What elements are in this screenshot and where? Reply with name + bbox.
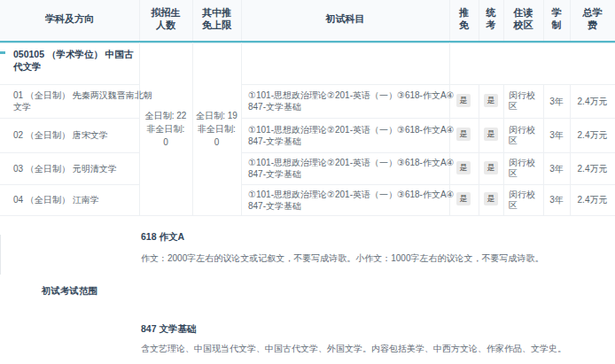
exam-subjects-text: ①101-思想政治理论②201-英语（一）③618-作文A④847-文学基础 — [248, 124, 456, 147]
divider — [479, 0, 479, 41]
campus-cell: 闵行校区 — [503, 184, 549, 215]
tuition-cell: 2.4万元 — [570, 84, 615, 118]
direction-label: 04 （全日制） 江南学 — [13, 194, 99, 205]
header-duration-label: 学 制 — [552, 6, 562, 31]
header-subject: 学科及方向 — [0, 0, 139, 41]
tuimian-badge: 是 — [456, 192, 471, 205]
divider — [570, 0, 571, 41]
exam-scope-section-title: 847 文学基础 — [141, 323, 196, 336]
direction-cell: 01 （全日制） 先秦两汉魏晋南北朝文学 — [0, 84, 160, 118]
admissions-catalog-table: 学科及方向 拟招生 人数 其中推 免上限 初试科目 推 免 统 考 住读 校区 … — [0, 0, 615, 364]
header-duration: 学 制 — [543, 0, 570, 41]
group-row-title: 050105 （学术学位） 中国古代文学 — [13, 48, 136, 73]
divider — [0, 235, 1, 275]
duration-cell: 3年 — [543, 152, 570, 184]
exam-subjects-text: ①101-思想政治理论②201-英语（一）③618-作文A④847-文学基础 — [248, 189, 456, 212]
tongkao-badge: 是 — [484, 161, 498, 174]
exam-scope-section-desc: 作文：2000字左右的议论文或记叙文，不要写成诗歌。小作文：1000字左右的议论… — [141, 252, 606, 265]
duration-cell: 3年 — [543, 84, 570, 118]
divider — [0, 215, 615, 216]
direction-label: 01 （全日制） 先秦两汉魏晋南北朝文学 — [13, 89, 152, 112]
header-exempt-limit: 其中推 免上限 — [192, 0, 241, 41]
divider — [241, 0, 242, 41]
exam-scope-section-desc: 含文艺理论、中国现当代文学、中国古代文学、外国文学。内容包括美学、中西方文论、作… — [141, 343, 606, 355]
campus-cell: 闵行校区 — [503, 118, 549, 152]
header-exam-subjects-label: 初试科目 — [326, 12, 365, 25]
header-tuition-label: 总学 费 — [583, 6, 603, 31]
exam-subjects-text: ①101-思想政治理论②201-英语（一）③618-作文A④847-文学基础 — [248, 89, 456, 112]
campus-text: 闵行校区 — [509, 90, 539, 112]
tongkao-badge: 是 — [484, 94, 498, 107]
exam-subjects-cell: ①101-思想政治理论②201-英语（一）③618-作文A④847-文学基础 — [241, 184, 460, 215]
header-exam-subjects: 初试科目 — [241, 0, 449, 41]
campus-text: 闵行校区 — [509, 158, 539, 179]
campus-text: 闵行校区 — [509, 125, 539, 146]
direction-cell: 03 （全日制） 元明清文学 — [0, 152, 160, 184]
campus-text: 闵行校区 — [509, 190, 539, 211]
exempt-limit-cell: 全日制: 19 非全日制: 0 — [192, 43, 241, 215]
divider — [479, 84, 479, 215]
direction-label: 03 （全日制） 元明清文学 — [13, 163, 117, 174]
tongkao-badge: 是 — [484, 128, 498, 141]
direction-label: 02 （全日制） 唐宋文学 — [13, 129, 108, 141]
header-tongkao-label: 统 考 — [487, 6, 496, 31]
divider — [503, 0, 504, 41]
duration-cell: 3年 — [543, 184, 570, 215]
header-tuimian-label: 推 免 — [459, 6, 469, 31]
divider — [449, 0, 450, 41]
header-planned-enrollment: 拟招生 人数 — [139, 0, 192, 41]
tuition-cell: 2.4万元 — [570, 118, 615, 152]
divider — [543, 0, 544, 41]
header-exempt-limit-label: 其中推 免上限 — [202, 6, 231, 31]
header-subject-label: 学科及方向 — [45, 12, 94, 25]
campus-cell: 闵行校区 — [503, 152, 549, 184]
exam-subjects-cell: ①101-思想政治理论②201-英语（一）③618-作文A④847-文学基础 — [241, 152, 460, 184]
exam-subjects-cell: ①101-思想政治理论②201-英语（一）③618-作文A④847-文学基础 — [241, 118, 460, 152]
header-planned-enrollment-label: 拟招生 人数 — [152, 6, 181, 31]
exam-subjects-cell: ①101-思想政治理论②201-英语（一）③618-作文A④847-文学基础 — [241, 84, 460, 118]
header-tuition: 总学 费 — [570, 0, 615, 41]
exam-scope-section-title: 618 作文A — [141, 231, 184, 244]
direction-cell: 02 （全日制） 唐宋文学 — [0, 118, 160, 152]
header-campus: 住读 校区 — [503, 0, 543, 41]
tuimian-badge: 是 — [456, 128, 471, 141]
tuition-cell: 2.4万元 — [570, 152, 615, 184]
divider — [192, 0, 193, 41]
tuimian-badge: 是 — [456, 94, 471, 107]
tuition-cell: 2.4万元 — [570, 184, 615, 215]
collapse-marker[interactable] — [0, 51, 5, 54]
header-tuimian: 推 免 — [449, 0, 479, 41]
header-tongkao: 统 考 — [479, 0, 503, 41]
duration-cell: 3年 — [543, 118, 570, 152]
header-accent-line — [0, 41, 615, 43]
campus-cell: 闵行校区 — [503, 84, 549, 118]
exam-subjects-text: ①101-思想政治理论②201-英语（一）③618-作文A④847-文学基础 — [248, 157, 456, 180]
tongkao-badge: 是 — [484, 192, 498, 205]
divider — [139, 0, 140, 41]
exam-scope-label: 初试考试范围 — [0, 285, 139, 298]
direction-cell: 04 （全日制） 江南学 — [0, 184, 160, 215]
tuimian-badge: 是 — [456, 161, 471, 174]
header-campus-label: 住读 校区 — [514, 6, 533, 31]
